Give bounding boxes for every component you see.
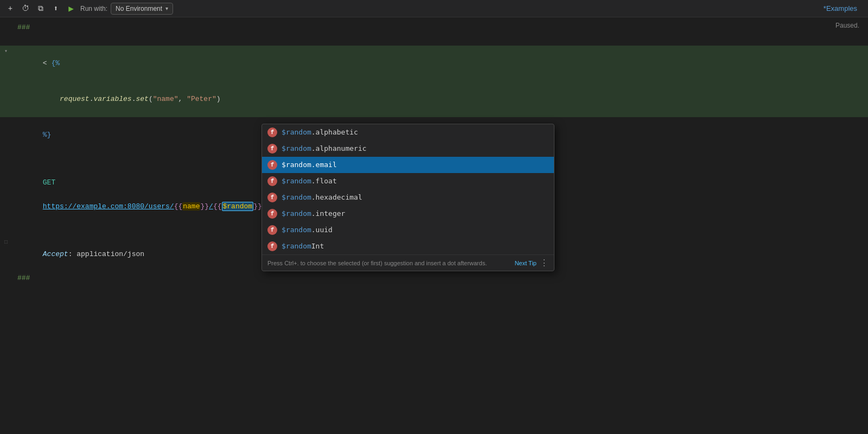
copy-button[interactable]: ⧉ [35,3,47,15]
fold-arrow-icon[interactable]: ▾ [4,46,8,58]
code-line-3: ▾ < {% [0,46,868,81]
toolbar: + ⏱ ⧉ ⬆ ▶ Run with: No Environment ▾ *Ex… [0,0,868,17]
code-line-1: ### [0,22,868,34]
next-tip-button[interactable]: Next Tip [515,260,537,266]
ac-text-5: $random.hexadecimal [282,192,362,203]
add-button[interactable]: + [4,3,16,15]
history-button[interactable]: ⏱ [20,3,31,15]
ac-icon-8: f [267,241,277,251]
ac-text-7: $random.uuid [282,224,333,236]
status-paused: Paused. [835,22,859,29]
ac-text-8: $randomInt [282,240,324,252]
ac-text-2: $random.alphanumeric [282,143,367,155]
ac-text-3: $random.email [282,159,337,171]
line-marker-icon: □ [4,237,8,248]
ac-icon-1: f [267,127,277,137]
line-content-1: ### [17,22,859,34]
ac-icon-5: f [267,193,277,202]
line-content-2 [17,34,859,46]
more-options-button[interactable]: ⋮ [540,258,548,268]
autocomplete-item-6[interactable]: f $random.integer [262,206,554,222]
ac-icon-7: f [267,225,277,235]
code-line-10: ### [0,272,868,284]
ac-icon-6: f [267,209,277,219]
ac-icon-3: f [267,160,277,170]
editor-area: Paused. ### ▾ < {% request.variables.set… [0,17,868,434]
autocomplete-item-2[interactable]: f $random.alphanumeric [262,141,554,157]
line-content-10: ### [17,272,859,284]
copy-icon: ⧉ [38,4,43,13]
environment-dropdown[interactable]: No Environment ▾ [111,3,173,15]
line-content-3: < {% [17,46,859,81]
history-icon: ⏱ [22,4,29,13]
gutter-9: □ [4,237,17,248]
chevron-down-icon: ▾ [165,5,168,11]
gutter-7: ▾ [4,165,17,177]
export-icon: ⬆ [54,4,58,13]
ac-text-1: $random.alphabetic [282,126,358,138]
ac-text-6: $random.integer [282,208,345,220]
footer-tip-text: Press Ctrl+. to choose the selected (or … [267,260,487,266]
autocomplete-item-5[interactable]: f $random.hexadecimal [262,189,554,206]
autocomplete-item-1[interactable]: f $random.alphabetic [262,124,554,141]
export-button[interactable]: ⬆ [50,3,62,15]
tab-title[interactable]: *Examples [824,4,864,12]
autocomplete-footer: Press Ctrl+. to choose the selected (or … [262,254,554,271]
ac-icon-4: f [267,176,277,186]
code-line-2 [0,34,868,46]
run-icon: ▶ [68,3,74,14]
autocomplete-item-7[interactable]: f $random.uuid [262,222,554,238]
autocomplete-dropdown: f $random.alphabetic f $random.alphanume… [261,124,554,271]
gutter-3: ▾ [4,46,17,58]
ac-text-4: $random.float [282,175,337,187]
environment-label: No Environment [116,5,162,12]
run-button[interactable]: ▶ [65,3,77,15]
ac-icon-2: f [267,144,277,154]
add-icon: + [8,4,12,13]
autocomplete-item-3[interactable]: f $random.email [262,157,554,173]
line-content-4: request.variables.set("name", "Peter") [17,81,859,117]
autocomplete-item-8[interactable]: f $randomInt [262,238,554,254]
run-with-label: Run with: [80,5,107,12]
autocomplete-item-4[interactable]: f $random.float [262,173,554,189]
code-line-4: request.variables.set("name", "Peter") [0,81,868,117]
